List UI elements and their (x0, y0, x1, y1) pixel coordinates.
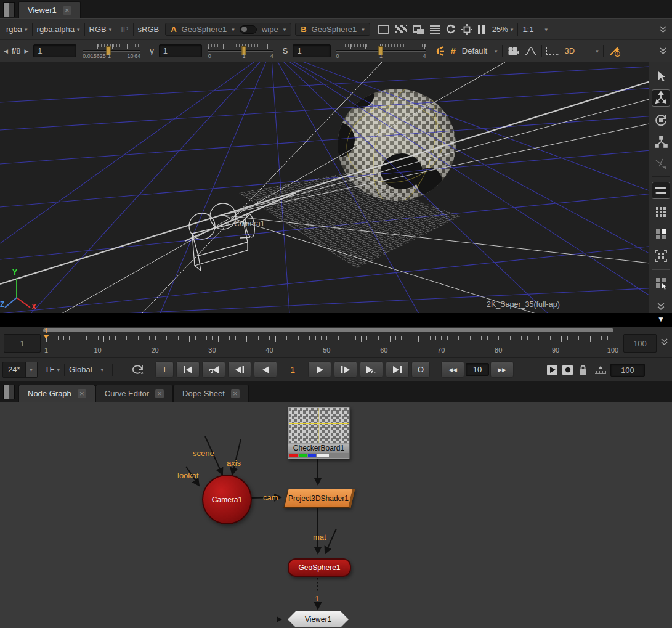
zoom-level-dropdown[interactable]: 25% ▾ (492, 25, 514, 34)
layer-dropdown[interactable]: rgba.alpha ▾ (37, 25, 80, 34)
pixel-aspect-dropdown[interactable]: 1:1 ▾ (522, 25, 548, 34)
jump-back-button[interactable]: ◀◀ (441, 361, 464, 378)
downrez-stripes-icon[interactable] (395, 25, 407, 33)
lut-dropdown[interactable]: Default ▾ (462, 46, 498, 55)
gamma-input[interactable]: 1 (159, 44, 202, 57)
tf-dropdown[interactable]: TF ▾ (45, 365, 60, 374)
timeline-ruler[interactable] (46, 336, 613, 344)
grid-overlay-icon[interactable]: # (450, 46, 455, 56)
prev-keyframe-button[interactable] (202, 361, 225, 378)
close-icon[interactable]: × (63, 6, 71, 15)
sample-info-icon[interactable]: i (608, 45, 621, 57)
show-overlay-icon[interactable] (413, 25, 424, 34)
slider-tick-label: 10 (127, 53, 133, 59)
gain-step-left[interactable]: ◀ (4, 48, 8, 54)
flipbook-play-icon[interactable] (547, 365, 557, 375)
close-icon[interactable]: × (78, 389, 86, 398)
chevron-down-icon: ▾ (109, 27, 112, 33)
tab-viewer1[interactable]: Viewer1 × (18, 1, 81, 18)
timeline-scrollbar[interactable] (43, 328, 613, 332)
saturation-input[interactable]: 1 (293, 44, 331, 57)
fstop-label[interactable]: f/8 (12, 46, 20, 55)
axis-x-label: X (31, 303, 36, 311)
divider (517, 23, 518, 36)
roi-icon[interactable] (546, 47, 557, 55)
gamma-slider[interactable]: 014 (208, 43, 273, 60)
collapse-tools-icon[interactable] (652, 300, 670, 313)
goto-start-button[interactable] (176, 361, 200, 378)
close-icon[interactable]: × (231, 389, 240, 398)
playback-end-input[interactable]: 100 (610, 364, 645, 377)
collapse-toolbar-icon[interactable] (659, 47, 667, 55)
viewer-3d-viewport[interactable]: Camera1 Y X Z 2K_Super_35(full-ap) (0, 62, 672, 313)
range-readout-icon[interactable] (594, 365, 607, 375)
colorspace-dropdown[interactable]: sRGB (138, 25, 160, 34)
proxy-mode-icon[interactable] (378, 25, 389, 34)
current-frame-display[interactable]: 1 (278, 365, 307, 375)
headlamp-icon[interactable] (433, 46, 445, 57)
select-tool-button[interactable] (652, 68, 670, 85)
gain-input[interactable]: 1 (33, 44, 76, 57)
wipe-toggle[interactable] (240, 25, 257, 34)
lock-range-icon[interactable] (578, 365, 588, 375)
next-keyframe-button[interactable] (360, 361, 383, 378)
step-back-button[interactable] (228, 361, 251, 378)
tab-dope-sheet[interactable]: Dope Sheet × (173, 385, 249, 402)
close-icon[interactable]: × (155, 389, 164, 398)
scale-tool-button[interactable] (652, 133, 670, 150)
input-a-dropdown[interactable]: GeoSphere1 (182, 25, 227, 34)
split-view-button[interactable] (652, 226, 670, 243)
fit-view-button[interactable] (652, 247, 670, 264)
expand-info-icon[interactable]: ▼ (657, 315, 665, 324)
panel-icon[interactable] (3, 2, 15, 17)
input-process-button[interactable]: IP (121, 25, 128, 34)
pixel-analyzer-icon[interactable] (461, 24, 472, 35)
range-start-box[interactable]: 1 (4, 334, 41, 353)
range-end-box[interactable]: 100 (623, 334, 657, 353)
node-checkerboard1[interactable]: CheckerBoard1 (288, 407, 350, 459)
saturation-slider[interactable]: 014 (336, 43, 426, 60)
frame-increment-input[interactable]: 10 (466, 363, 489, 376)
jump-forward-button[interactable]: ▶▶ (490, 361, 514, 378)
display-mode-dropdown[interactable]: RGB ▾ (89, 25, 112, 34)
render-record-icon[interactable] (562, 365, 573, 375)
filter-curve-icon[interactable] (525, 46, 537, 56)
goto-end-button[interactable] (386, 361, 409, 378)
play-backward-button[interactable] (254, 361, 277, 378)
view-mode-dropdown[interactable]: 3D ▾ (565, 46, 599, 55)
set-in-button[interactable]: I (155, 361, 174, 378)
node-camera1[interactable]: Camera1 (202, 475, 252, 524)
slider-tick-label: 4 (270, 53, 273, 59)
step-forward-button[interactable] (334, 361, 357, 378)
playhead-frame-label: 1 (44, 327, 48, 335)
refresh-icon[interactable] (445, 24, 456, 35)
channels-dropdown[interactable]: rgba ▾ (6, 25, 28, 34)
node-project3dshader1[interactable]: Project3DShader1 (283, 489, 355, 508)
play-forward-button[interactable] (308, 361, 331, 378)
node-graph-canvas[interactable]: scene axis lookat cam mat 1 CheckerBoard… (0, 402, 672, 628)
playback-mode-icon[interactable] (131, 364, 145, 375)
translate-tool-button[interactable] (652, 89, 670, 107)
mask-lines-icon[interactable] (430, 25, 440, 34)
camera-view-icon[interactable] (507, 46, 519, 56)
frame-range-dropdown[interactable]: Global ▾ (69, 365, 103, 374)
pause-updates-icon[interactable] (478, 25, 485, 34)
transform-mode-button[interactable] (652, 155, 670, 172)
tab-curve-editor[interactable]: Curve Editor × (95, 385, 173, 402)
fps-dropdown[interactable]: 24* ▾ (2, 362, 38, 378)
gain-slider[interactable]: 0.01562511064 (83, 43, 140, 60)
panel-icon[interactable] (3, 385, 15, 399)
node-viewer1[interactable]: Viewer1 (288, 611, 349, 627)
set-out-button[interactable]: O (411, 361, 430, 378)
tab-node-graph[interactable]: Node Graph × (18, 385, 95, 402)
node-geosphere1[interactable]: GeoSphere1 (288, 558, 351, 577)
collapse-timeline-icon[interactable] (660, 338, 668, 346)
wipe-dropdown[interactable]: wipe (262, 25, 278, 34)
layout-select-button[interactable] (652, 274, 670, 292)
collapse-toolbar-icon[interactable] (659, 25, 667, 34)
gain-step-right[interactable]: ▶ (24, 48, 28, 54)
input-b-dropdown[interactable]: GeoSphere1 (312, 25, 357, 34)
contact-sheet-button[interactable] (652, 203, 670, 221)
wipe-layout-button[interactable] (652, 182, 670, 199)
rotate-tool-button[interactable] (652, 111, 670, 128)
